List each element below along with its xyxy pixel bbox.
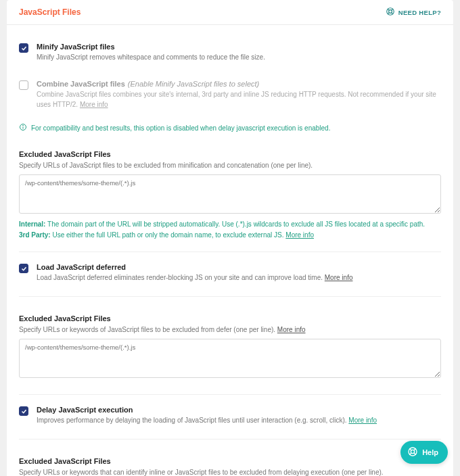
js-files-panel: JavaScript Files NEED HELP? <box>7 0 453 476</box>
combine-checkbox[interactable] <box>19 80 28 90</box>
delay-field: Delay JavaScript execution Improves perf… <box>19 395 441 435</box>
exclude-defer-label: Excluded JavaScript Files <box>19 314 441 323</box>
defer-more-info[interactable]: More info <box>325 274 353 281</box>
info-icon <box>19 123 27 133</box>
svg-line-14 <box>414 453 416 455</box>
svg-point-10 <box>411 450 414 453</box>
need-help-link[interactable]: NEED HELP? <box>386 7 441 18</box>
svg-line-12 <box>414 448 416 450</box>
exclude-delay-label: Excluded JavaScript Files <box>19 457 441 465</box>
exclude-minify-section: Excluded JavaScript Files Specify URLs o… <box>19 142 441 252</box>
minify-label: Minify JavaScript files <box>37 43 441 51</box>
defer-field: Load JavaScript deferred Load JavaScript… <box>19 252 441 292</box>
combine-label: Combine JavaScript files(Enable Minify J… <box>37 80 441 88</box>
minify-checkbox[interactable] <box>19 43 28 53</box>
exclude-delay-section: Excluded JavaScript Files Specify URLs o… <box>19 449 441 476</box>
exclude-minify-desc: Specify URLs of JavaScript files to be e… <box>19 160 441 170</box>
minify-field: Minify JavaScript files Minify JavaScrip… <box>19 36 441 72</box>
exclude-defer-desc: Specify URLs or keywords of JavaScript f… <box>19 325 441 335</box>
svg-line-5 <box>392 13 393 14</box>
combine-desc: Combine JavaScript files combines your s… <box>37 89 441 110</box>
svg-line-4 <box>388 13 389 14</box>
svg-line-3 <box>392 9 393 10</box>
life-ring-icon <box>407 446 418 458</box>
svg-line-11 <box>409 448 411 450</box>
svg-line-2 <box>388 9 389 10</box>
panel-title: JavaScript Files <box>19 7 80 17</box>
exclude-minify-more-info[interactable]: More info <box>285 231 314 239</box>
need-help-label: NEED HELP? <box>398 9 441 16</box>
svg-point-1 <box>388 10 392 14</box>
exclude-minify-textarea[interactable] <box>19 174 441 214</box>
help-bubble-label: Help <box>422 448 438 456</box>
exclude-minify-hint: Internal: The domain part of the URL wil… <box>19 219 441 241</box>
combine-field: Combine JavaScript files(Enable Minify J… <box>19 72 441 119</box>
panel-body: Minify JavaScript files Minify JavaScrip… <box>7 25 453 476</box>
life-ring-icon <box>386 7 395 18</box>
delay-checkbox[interactable] <box>19 406 28 416</box>
defer-checkbox[interactable] <box>19 264 28 273</box>
combine-more-info[interactable]: More info <box>80 101 108 108</box>
panel-header: JavaScript Files NEED HELP? <box>7 0 453 25</box>
exclude-defer-section: Excluded JavaScript Files Specify URLs o… <box>19 306 441 395</box>
delay-desc: Improves performance by delaying the loa… <box>37 415 441 425</box>
svg-line-13 <box>409 453 411 455</box>
exclude-defer-more-info[interactable]: More info <box>277 326 306 333</box>
help-bubble[interactable]: Help <box>400 441 448 464</box>
defer-label: Load JavaScript deferred <box>37 263 441 271</box>
minify-desc: Minify JavaScript removes whitespace and… <box>37 52 441 62</box>
defer-desc: Load JavaScript deferred eliminates rend… <box>37 272 441 283</box>
exclude-minify-label: Excluded JavaScript Files <box>19 150 441 158</box>
exclude-defer-textarea[interactable] <box>19 339 441 378</box>
svg-point-8 <box>23 125 24 126</box>
delay-label: Delay JavaScript execution <box>37 406 441 414</box>
delay-more-info[interactable]: More info <box>348 416 377 424</box>
combine-disabled-note: For compatibility and best results, this… <box>19 123 441 133</box>
exclude-delay-desc: Specify URLs or keywords that can identi… <box>19 467 441 476</box>
